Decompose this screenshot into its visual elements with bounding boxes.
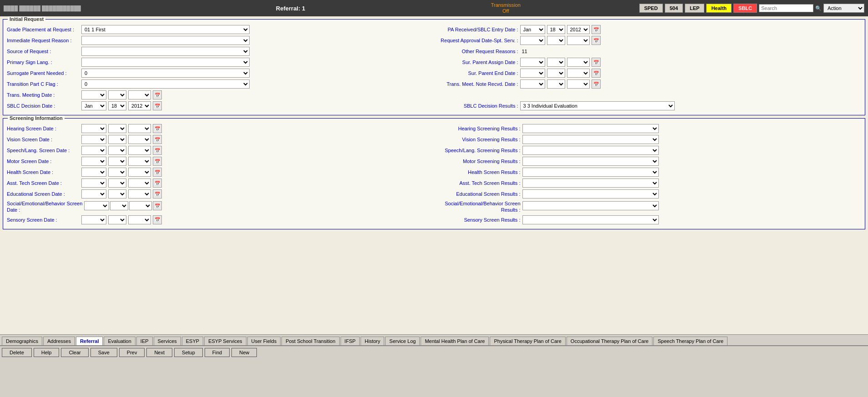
speech-cal-button[interactable]: 📅	[153, 146, 162, 155]
tab-demographics[interactable]: Demographics	[2, 337, 42, 345]
sur-assign-month[interactable]	[520, 58, 545, 67]
trans-meeting-cal-button[interactable]: 📅	[153, 90, 162, 99]
health-s-month[interactable]	[81, 168, 106, 177]
speech-year[interactable]	[128, 146, 151, 155]
sur-assign-day[interactable]	[547, 58, 565, 67]
sensory-year[interactable]	[128, 215, 151, 224]
lep-button[interactable]: LEP	[685, 4, 704, 13]
vision-day[interactable]	[108, 135, 126, 144]
sur-end-month[interactable]	[520, 69, 545, 78]
sblc-cal-button[interactable]: 📅	[153, 101, 162, 110]
social-month[interactable]	[84, 201, 109, 210]
sensory-result-select[interactable]	[522, 215, 659, 224]
asstech-result-select[interactable]	[522, 179, 659, 188]
search-icon[interactable]: 🔍	[815, 5, 822, 11]
tab-esyp-services[interactable]: ESYP Services	[204, 337, 246, 345]
health-s-year[interactable]	[128, 168, 151, 177]
find-button[interactable]: Find	[205, 348, 230, 357]
tab-evaluation[interactable]: Evaluation	[104, 337, 135, 345]
sur-assign-year[interactable]	[567, 58, 590, 67]
trans-note-cal-button[interactable]: 📅	[592, 79, 601, 89]
speech-result-select[interactable]	[522, 146, 659, 155]
educ-year[interactable]	[128, 189, 151, 198]
health-button[interactable]: Health	[706, 4, 732, 13]
trans-meeting-month[interactable]	[81, 90, 106, 99]
search-input[interactable]	[759, 4, 813, 12]
hearing-year[interactable]	[128, 124, 151, 133]
motor-month[interactable]	[81, 157, 106, 166]
pa-month-select[interactable]: Jan	[520, 25, 545, 34]
educ-cal-button[interactable]: 📅	[153, 189, 162, 198]
delete-button[interactable]: Delete	[2, 348, 32, 357]
trans-note-day[interactable]	[547, 79, 565, 89]
educ-day[interactable]	[108, 189, 126, 198]
transition-flag-select[interactable]: 0	[81, 79, 250, 89]
approval-month-select[interactable]	[520, 36, 545, 45]
asstech-month[interactable]	[81, 179, 106, 188]
asstech-day[interactable]	[108, 179, 126, 188]
vision-month[interactable]	[81, 135, 106, 144]
grade-placement-select[interactable]: 01 1 First	[81, 25, 250, 34]
pa-day-select[interactable]: 18	[547, 25, 565, 34]
sensory-day[interactable]	[108, 215, 126, 224]
hearing-day[interactable]	[108, 124, 126, 133]
save-button[interactable]: Save	[90, 348, 117, 357]
approval-year-select[interactable]	[567, 36, 590, 45]
approval-calendar-button[interactable]: 📅	[592, 36, 601, 45]
hearing-month[interactable]	[81, 124, 106, 133]
tab-service-log[interactable]: Service Log	[385, 337, 420, 345]
tab-addresses[interactable]: Addresses	[43, 337, 75, 345]
surrogate-needed-select[interactable]: 0	[81, 69, 250, 78]
health-s-cal-button[interactable]: 📅	[153, 168, 162, 177]
sblc-results-select[interactable]: 3 3 Individual Evaluation	[520, 101, 675, 110]
asstech-year[interactable]	[128, 179, 151, 188]
sped-button[interactable]: SPED	[639, 4, 663, 13]
sblc-month-select[interactable]: Jan	[81, 101, 106, 110]
hearing-result-select[interactable]	[522, 124, 659, 133]
sblc-year-select[interactable]: 2012	[128, 101, 151, 110]
motor-year[interactable]	[128, 157, 151, 166]
new-button[interactable]: New	[231, 348, 257, 357]
sur-end-year[interactable]	[567, 69, 590, 78]
speech-day[interactable]	[108, 146, 126, 155]
primary-sign-select[interactable]	[81, 58, 250, 67]
educ-month[interactable]	[81, 189, 106, 198]
educ-result-select[interactable]	[522, 189, 659, 198]
vision-result-select[interactable]	[522, 135, 659, 144]
social-cal-button[interactable]: 📅	[153, 201, 162, 210]
tab-ifsp[interactable]: IFSP	[341, 337, 360, 345]
immediate-reason-select[interactable]	[81, 36, 250, 45]
pa-year-select[interactable]: 2012	[567, 25, 590, 34]
sur-end-cal-button[interactable]: 📅	[592, 69, 601, 78]
sensory-cal-button[interactable]: 📅	[153, 215, 162, 224]
tab-occupational-therapy[interactable]: Occupational Therapy Plan of Care	[567, 337, 653, 345]
speech-month[interactable]	[81, 146, 106, 155]
health-s-day[interactable]	[108, 168, 126, 177]
pa-calendar-button[interactable]: 📅	[592, 25, 601, 34]
hearing-cal-button[interactable]: 📅	[153, 124, 162, 133]
tab-post-school[interactable]: Post School Transition	[281, 337, 339, 345]
social-result-select[interactable]	[522, 201, 659, 210]
health-result-select[interactable]	[522, 168, 659, 177]
action-dropdown[interactable]: Action	[823, 4, 864, 13]
vision-year[interactable]	[128, 135, 151, 144]
sur-assign-cal-button[interactable]: 📅	[592, 58, 601, 67]
asstech-cal-button[interactable]: 📅	[153, 179, 162, 188]
social-year[interactable]	[129, 201, 152, 210]
trans-note-year[interactable]	[567, 79, 590, 89]
tab-esyp[interactable]: ESYP	[182, 337, 203, 345]
motor-cal-button[interactable]: 📅	[153, 157, 162, 166]
tab-history[interactable]: History	[361, 337, 384, 345]
prev-button[interactable]: Prev	[119, 348, 145, 357]
tab-services[interactable]: Services	[154, 337, 181, 345]
tab-physical-therapy[interactable]: Physical Therapy Plan of Care	[490, 337, 565, 345]
social-day[interactable]	[110, 201, 128, 210]
help-button[interactable]: Help	[34, 348, 60, 357]
source-select[interactable]	[81, 47, 250, 56]
tab-iep[interactable]: IEP	[136, 337, 153, 345]
trans-note-month[interactable]	[520, 79, 545, 89]
setup-button[interactable]: Setup	[174, 348, 203, 357]
sensory-month[interactable]	[81, 215, 106, 224]
sblc-button[interactable]: SBLC	[733, 4, 757, 13]
tab-user-fields[interactable]: User Fields	[247, 337, 281, 345]
